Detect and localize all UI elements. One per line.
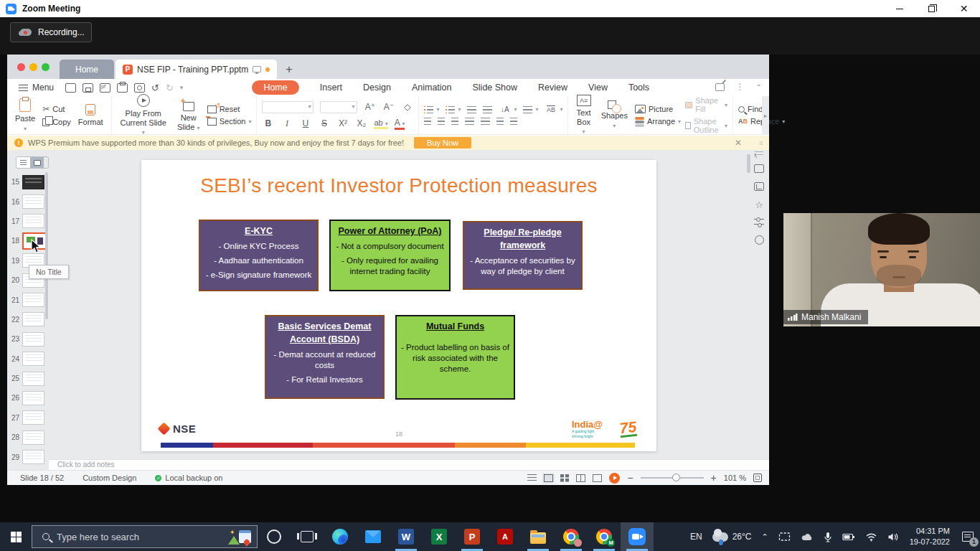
wps-minimize-circle[interactable] <box>29 63 37 71</box>
increase-indent-icon[interactable] <box>483 106 492 113</box>
decrease-font-button[interactable]: A⁻ <box>382 102 395 112</box>
zoom-slider[interactable] <box>641 477 704 479</box>
ribbon-tab-review[interactable]: Review <box>538 80 567 95</box>
slide-thumbnail-24[interactable]: 24 <box>7 349 49 369</box>
battery-icon[interactable] <box>837 522 860 551</box>
slide[interactable]: SEBI’s recent Investor Protection measur… <box>141 160 656 451</box>
wps-close-circle[interactable] <box>17 63 25 71</box>
distribute-icon[interactable] <box>481 118 490 125</box>
align-center-icon[interactable] <box>438 118 445 125</box>
wifi-icon[interactable] <box>860 522 882 551</box>
ribbon-tab-insert[interactable]: Insert <box>320 80 342 95</box>
slide-thumbnail-27[interactable]: 27 <box>7 408 49 428</box>
text-box-button[interactable]: A≡ Text Box ▾ <box>573 93 593 137</box>
highlight-color-button[interactable]: ab ▾ <box>374 118 387 129</box>
numbering-button[interactable]: ▾ <box>446 106 461 113</box>
reset-button[interactable]: Reset <box>207 105 252 113</box>
excel-button[interactable]: X <box>423 522 456 551</box>
buy-now-button[interactable]: Buy Now <box>414 137 471 149</box>
italic-button[interactable]: I <box>281 118 293 129</box>
acrobat-button[interactable]: A <box>489 522 522 551</box>
thumbnail-scrollbar[interactable] <box>45 172 48 319</box>
action-center-button[interactable]: 1 <box>956 522 980 551</box>
slide-view-button[interactable] <box>30 157 44 168</box>
history-clock-icon[interactable] <box>755 235 764 245</box>
pledge-box[interactable]: Pledge/ Re-pledge framework - Acceptance… <box>463 221 583 290</box>
thumbnail-preview[interactable] <box>22 352 44 366</box>
search-highlight-icon[interactable]: ✦ <box>228 529 253 546</box>
bold-button[interactable]: B <box>262 118 274 128</box>
close-button[interactable]: ✕ <box>948 0 980 17</box>
zoom-in-button[interactable]: + <box>711 472 717 484</box>
decrease-indent-icon[interactable] <box>467 106 476 113</box>
fit-slide-icon[interactable] <box>753 474 762 482</box>
underline-button[interactable]: U <box>299 118 311 128</box>
slide-thumbnail-15[interactable]: 15 <box>7 172 49 192</box>
increase-font-button[interactable]: A⁺ <box>364 102 376 112</box>
wps-document-tab[interactable]: P NSE FIP - Training PPT.pptm <box>116 60 277 79</box>
search-input[interactable] <box>57 532 200 542</box>
start-button[interactable] <box>0 522 32 551</box>
mail-button[interactable] <box>357 522 390 551</box>
section-button[interactable]: Section ▾ <box>207 117 252 126</box>
save-icon[interactable] <box>83 83 93 93</box>
bullets-button[interactable]: ▾ <box>424 106 439 113</box>
document-scrollbar[interactable] <box>747 154 750 173</box>
subscript-button[interactable]: X₂ <box>355 118 367 128</box>
thumbnail-preview[interactable] <box>22 175 44 189</box>
presenter-view-icon[interactable] <box>593 474 602 482</box>
language-indicator[interactable]: EN <box>685 522 707 551</box>
slide-thumbnail-23[interactable]: 23 <box>7 329 49 349</box>
collapse-ribbon-icon[interactable]: ⌃ <box>756 83 762 91</box>
banner-close-icon[interactable]: ✕ <box>735 138 742 148</box>
slideshow-play-icon[interactable] <box>609 473 620 484</box>
file-explorer-button[interactable] <box>522 522 555 551</box>
thumbnail-preview[interactable] <box>22 214 44 228</box>
cortana-button[interactable] <box>258 522 291 551</box>
thumbnail-preview[interactable] <box>22 332 44 347</box>
strikethrough-button[interactable]: S <box>318 118 330 128</box>
paste-button[interactable]: Paste ▾ <box>12 97 38 133</box>
new-tab-button[interactable]: + <box>286 63 292 76</box>
shape-outline-button[interactable]: Shape Outline ▾ <box>685 117 727 134</box>
outline-view-button[interactable] <box>17 157 30 168</box>
new-slide-button[interactable]: New Slide ▾ <box>174 98 203 133</box>
recording-indicator[interactable]: Recording... <box>10 22 92 42</box>
export-pdf-icon[interactable] <box>100 83 110 93</box>
thumbnail-preview[interactable] <box>22 372 44 386</box>
slide-thumbnail-28[interactable]: 28 <box>7 428 49 447</box>
font-family-select[interactable] <box>262 101 314 113</box>
zoom-percent[interactable]: 101 % <box>724 474 746 482</box>
font-size-select[interactable] <box>320 101 357 113</box>
display-settings-icon[interactable] <box>754 164 764 173</box>
ribbon-tab-view[interactable]: View <box>588 80 608 95</box>
volume-icon[interactable] <box>882 522 904 551</box>
ribbon-tab-tools[interactable]: Tools <box>628 80 649 95</box>
thumbnail-preview[interactable] <box>22 430 44 445</box>
thumbnail-preview[interactable] <box>22 312 44 326</box>
text-direction-button[interactable]: ↓A▾ <box>499 105 517 113</box>
tray-expand-icon[interactable]: ⌃ <box>757 522 773 551</box>
play-from-current-slide-button[interactable]: Play From Current Slide ▾ <box>117 93 170 138</box>
weather-widget[interactable]: 26°C <box>707 522 757 551</box>
menu-button[interactable]: Menu <box>19 83 54 93</box>
webcam-video[interactable]: Manish Malkani <box>783 213 980 326</box>
print-icon[interactable] <box>117 83 128 93</box>
shapes-button[interactable]: Shapes ▾ <box>598 99 631 131</box>
thumbnail-preview[interactable] <box>22 450 44 464</box>
word-button[interactable]: W <box>390 522 423 551</box>
tablet-mode-icon[interactable] <box>773 522 796 551</box>
task-view-button[interactable] <box>291 522 324 551</box>
quick-access-caret-icon[interactable]: ▾ <box>180 84 184 91</box>
open-file-icon[interactable] <box>65 83 76 93</box>
slide-thumbnail-29[interactable]: 29 <box>7 447 49 466</box>
notes-toggle-icon[interactable] <box>527 474 537 482</box>
toolbar-scroll-edge[interactable]: ▸ <box>762 96 769 135</box>
present-monitor-icon[interactable] <box>253 66 261 72</box>
line-spacing-button[interactable]: ▾ <box>523 106 538 113</box>
thumbnail-preview[interactable] <box>22 410 44 425</box>
justify-icon[interactable] <box>465 118 474 125</box>
maximize-button[interactable] <box>915 0 948 17</box>
undo-icon[interactable]: ↺ <box>151 83 159 93</box>
mutual-funds-box[interactable]: Mutual Funds - Product labelling on basi… <box>395 315 515 400</box>
